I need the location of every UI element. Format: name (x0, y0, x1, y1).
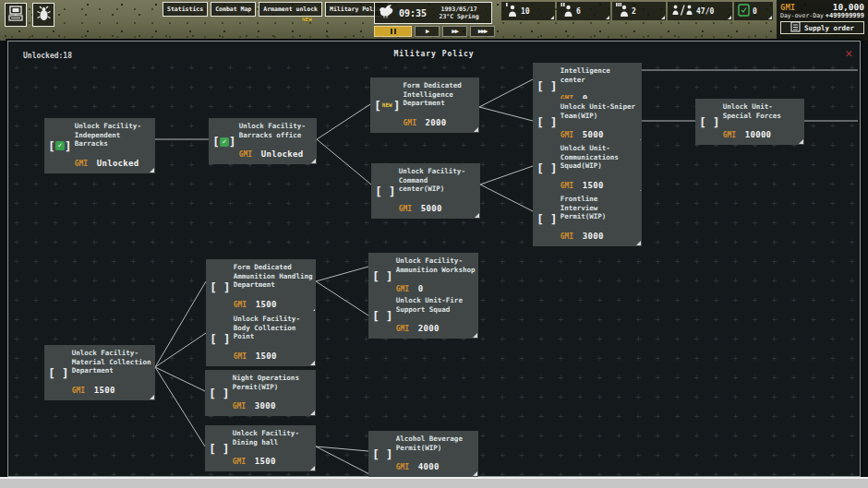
supply-order-label: Supply order (804, 24, 854, 32)
node-title: Unlock Facility-Body Collection Point (234, 315, 313, 341)
node-state-box: [] (48, 350, 69, 397)
date-display: 1993/05/17 23°C Spring (430, 6, 488, 20)
currency-label: GMI (404, 119, 416, 127)
tech-node[interactable]: []Unlock Facility-Command center(WIP)GMI… (371, 163, 480, 219)
empty-checkbox-icon (217, 334, 223, 343)
close-icon[interactable]: ✕ (845, 47, 852, 59)
expand-corner-icon (150, 395, 154, 399)
node-title: Form Dedicated Ammunition Handling Depar… (234, 263, 313, 290)
panel-title: Military Policy (8, 50, 860, 58)
tech-node[interactable]: []Alcohol Beverage Permit(WIP)GMI 4000 (368, 431, 478, 477)
node-title: Unlock Facility-Command center(WIP) (399, 167, 477, 194)
season-value: 23°C Spring (440, 13, 479, 20)
tier3-person-icon (616, 3, 629, 20)
node-cost: GMI 2000 (404, 112, 477, 129)
menu-statistics[interactable]: Statistics (163, 2, 208, 17)
node-cost: GMI 3000 (561, 225, 639, 243)
counter-tier3-personnel[interactable]: 2 (612, 2, 666, 20)
tech-node[interactable]: []Unlock Unit-Sniper Team(WIP)GMI 5000 (533, 99, 642, 145)
counter-value: 6 (576, 7, 581, 16)
node-cost: GMI 1500 (561, 174, 639, 192)
node-title: Unlock Facility-Ammunition Workshop (396, 256, 476, 274)
menu-armament-unlock[interactable]: Armament unlock (259, 2, 322, 17)
node-state-box: [] (209, 375, 230, 412)
empty-checkbox-icon (216, 389, 223, 399)
counter-tier1-personnel[interactable]: 10 (501, 2, 555, 20)
node-state-box: [] (536, 196, 558, 243)
cost-value: 2000 (418, 324, 440, 333)
tech-node[interactable]: []Unlock Unit-Special ForcesGMI 10000 (695, 99, 804, 145)
node-cost: GMI 1500 (234, 345, 313, 363)
fastest-forward-button[interactable]: ▶▶▶ (470, 26, 495, 37)
empty-checkbox-icon (380, 272, 386, 281)
bug-icon (37, 6, 51, 25)
top-bar-map-background: Statistics Combat Map Armament unlock Mi… (0, 0, 868, 41)
tech-node[interactable]: [✓]Unlock Facility-Independent BarracksG… (44, 118, 155, 173)
tech-node[interactable]: []Unlock Facility-Dining hallGMI 1500 (205, 425, 316, 471)
node-title: Unlock Unit-Sniper Team(WIP) (561, 102, 639, 120)
bug-report-button[interactable] (32, 3, 54, 27)
node-state-box: [] (699, 103, 720, 141)
resource-counters: 10 6 (501, 2, 773, 20)
node-title: Unlock Unit-Special Forces (723, 102, 802, 120)
menu-combat-map[interactable]: Combat Map (211, 2, 256, 17)
currency-label: GMI (399, 205, 412, 213)
tech-node[interactable]: [NEW]Form Dedicated Intelligence Departm… (370, 77, 479, 133)
supply-order-button[interactable]: Supply order (780, 21, 864, 34)
currency-label: GMI (396, 325, 409, 333)
counter-squad-ratio[interactable]: 47/0 (668, 2, 732, 20)
empty-checkbox-icon (544, 118, 550, 127)
fast-forward-button[interactable]: ▶▶ (442, 26, 467, 37)
counter-value: 2 (632, 7, 636, 16)
expand-corner-icon (310, 411, 315, 415)
play-button[interactable]: ▶ (415, 26, 440, 37)
node-title: Unlock Unit-Fire Support Squad (396, 296, 476, 314)
currency-label: GMI (72, 387, 85, 395)
game-screen: Statistics Combat Map Armament unlock Mi… (0, 0, 868, 488)
clock-panel: 09:35 1993/05/17 23°C Spring (374, 2, 492, 24)
node-state-box: [] (536, 103, 558, 141)
cost-value: 1500 (256, 351, 277, 361)
node-cost: GMI Unlocked (75, 152, 152, 170)
bottom-bar (0, 477, 868, 488)
counter-value: 47/0 (696, 7, 714, 16)
expand-corner-icon (150, 168, 154, 173)
main-menu: Statistics Combat Map Armament unlock Mi… (163, 2, 389, 17)
counter-orders[interactable]: 0 (734, 2, 773, 20)
window-buttons (5, 3, 54, 27)
currency-label: GMI (233, 402, 246, 411)
new-badge: NEW (381, 101, 393, 110)
counter-tier2-personnel[interactable]: 6 (557, 2, 610, 20)
empty-checkbox-icon (706, 118, 713, 127)
tech-node[interactable]: []Unlock Facility-Material Collection De… (44, 345, 155, 400)
tech-node[interactable]: []Frontline Interview Permit(WIP)GMI 300… (533, 191, 642, 246)
node-cost: GMI 2000 (396, 317, 476, 335)
dropdown-corner-icon (661, 16, 665, 19)
cost-value: 1500 (94, 386, 115, 395)
tech-node[interactable]: []Unlock Unit-Fire Support SquadGMI 2000 (368, 292, 478, 339)
empty-checkbox-icon (55, 368, 62, 377)
node-state-box: [] (372, 435, 393, 473)
tech-node[interactable]: [✓]Unlock Facility-Barracks officeGMI Un… (209, 118, 317, 164)
currency-label: GMI (396, 463, 409, 471)
pause-button[interactable] (374, 26, 412, 37)
node-state-box: [] (536, 145, 558, 192)
cost-value: 2000 (426, 118, 447, 127)
computer-button[interactable] (5, 3, 27, 27)
day-over-day-label: Day-over-Day (780, 12, 824, 19)
tech-node[interactable]: []Unlock Facility-Body Collection PointG… (206, 311, 316, 366)
expand-corner-icon (310, 361, 315, 365)
node-cost: GMI 5000 (399, 197, 477, 215)
tech-node[interactable]: []Unlock Unit-Communications Squad(WIP)G… (533, 140, 642, 196)
tech-node[interactable]: []Form Dedicated Ammunition Handling Dep… (206, 259, 316, 315)
node-state-box: [] (210, 264, 231, 311)
expand-corner-icon (473, 333, 477, 338)
tech-node[interactable]: []Night Operations Permit(WIP)GMI 3000 (205, 370, 316, 416)
checked-icon: ✓ (220, 137, 229, 147)
node-title: Unlock Unit-Communications Squad(WIP) (561, 144, 639, 171)
currency-label: GMI (234, 301, 247, 309)
expand-corner-icon (474, 127, 478, 132)
node-state-box: [] (209, 430, 230, 468)
node-state-box: [] (210, 315, 231, 363)
time-display: 09:35 (399, 8, 427, 18)
